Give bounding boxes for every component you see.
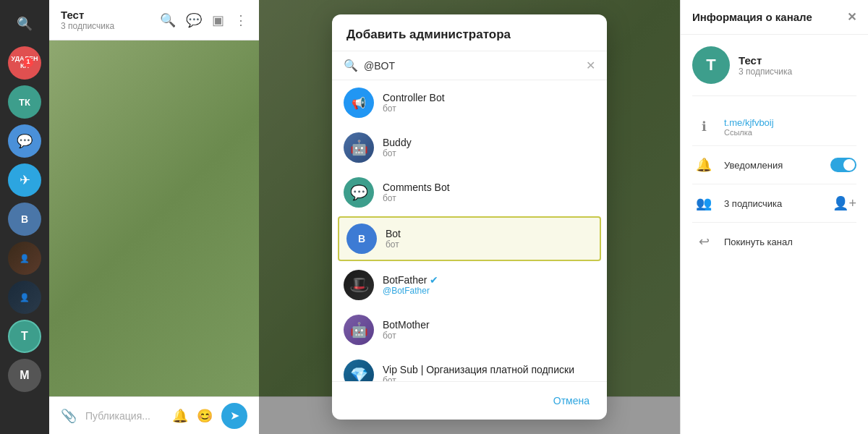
avatar-bot: В	[346, 224, 377, 254]
item-sub-controller-bot: бот	[383, 103, 595, 114]
members-count: 3 подписчика	[724, 198, 824, 209]
item-username-botfather: @BotFather	[383, 286, 595, 296]
add-admin-modal: Добавить администратора 🔍 ✕ 📢 Controller…	[332, 14, 607, 420]
info-channel-avatar: Т	[692, 46, 730, 84]
sidebar-item-vk[interactable]: В	[8, 203, 41, 236]
emoji-icon[interactable]: 😊	[197, 408, 213, 424]
modal-results-list: 📢 Controller Bot бот 🤖 Buddy бот	[332, 80, 607, 381]
list-item-comments-bot[interactable]: 💬 Comments Bot бот	[332, 170, 607, 215]
attach-icon[interactable]: 📎	[61, 408, 77, 424]
item-name-controller-bot: Controller Bot	[383, 92, 595, 103]
list-item-bot[interactable]: В Bot бот	[338, 216, 601, 261]
info-icon: ℹ	[692, 115, 715, 138]
list-item-buddy[interactable]: 🤖 Buddy бот	[332, 125, 607, 170]
verified-badge-botfather: ✔	[430, 274, 438, 286]
avatar-botfather: 🎩	[344, 270, 374, 300]
modal-search-input[interactable]	[364, 60, 580, 72]
info-members-row[interactable]: 👥 3 подписчика 👤+	[692, 184, 856, 223]
layout-icon[interactable]: ▣	[212, 12, 224, 28]
modal-overlay: Добавить администратора 🔍 ✕ 📢 Controller…	[259, 0, 680, 434]
info-link-url[interactable]: t.me/kjfvboij	[724, 117, 774, 128]
sidebar-item-chat[interactable]: 💬	[8, 124, 41, 158]
item-name-buddy: Buddy	[383, 137, 595, 148]
sidebar-item-tk[interactable]: ТК	[8, 85, 41, 119]
chat-background	[49, 41, 259, 396]
chat-header: Тест 3 подписчика 🔍 💬 ▣ ⋮	[49, 0, 259, 41]
notifications-label: Уведомления	[724, 160, 822, 171]
leave-label: Покинуть канал	[724, 237, 793, 247]
sidebar-item-udalenka[interactable]: УДАЛЕНКА1	[8, 46, 41, 80]
list-item-botfather[interactable]: 🎩 BotFather ✔ @BotFather	[332, 263, 607, 307]
chat-and-modal-container: Добавить администратора 🔍 ✕ 📢 Controller…	[259, 0, 680, 434]
info-panel: Информация о канале ✕ Т Тест 3 подписчик…	[680, 0, 868, 434]
modal-search-bar: 🔍 ✕	[332, 51, 607, 80]
item-info-buddy: Buddy бот	[383, 137, 595, 158]
leave-icon: ↩	[692, 230, 715, 253]
sidebar: 🔍 УДАЛЕНКА1 ТК 💬 ✈ В 👤 👤 Т М	[0, 0, 49, 434]
info-panel-title: Информация о канале	[692, 11, 812, 23]
item-info-botmother: BotMother бот	[383, 319, 595, 341]
sidebar-search[interactable]: 🔍	[8, 7, 41, 41]
info-link-row: ℹ t.me/kjfvboij Ссылка	[692, 108, 856, 146]
modal-search-icon: 🔍	[344, 59, 358, 72]
message-input-placeholder[interactable]: Публикация...	[85, 410, 163, 422]
item-info-bot: Bot бот	[386, 228, 592, 250]
sidebar-item-m[interactable]: М	[8, 359, 41, 392]
info-notifications-row: 🔔 Уведомления	[692, 146, 856, 184]
item-name-comments-bot: Comments Bot	[383, 182, 595, 193]
item-sub-vipsub: бот	[383, 375, 595, 381]
cancel-button[interactable]: Отмена	[548, 391, 595, 411]
sidebar-item-t[interactable]: Т	[8, 320, 41, 353]
item-info-comments-bot: Comments Bot бот	[383, 182, 595, 203]
info-channel-row: Т Тест 3 подписчика	[692, 46, 856, 96]
more-icon[interactable]: ⋮	[234, 12, 247, 28]
item-name-botfather: BotFather ✔	[383, 274, 595, 286]
modal-footer: Отмена	[332, 381, 607, 420]
info-channel-subs: 3 подписчика	[739, 67, 792, 77]
item-sub-botmother: бот	[383, 331, 595, 341]
item-sub-buddy: бот	[383, 148, 595, 158]
add-member-icon[interactable]: 👤+	[833, 195, 856, 211]
list-item-controller-bot[interactable]: 📢 Controller Bot бот	[332, 80, 607, 125]
send-button[interactable]: ➤	[221, 403, 247, 429]
chat-panel: Тест 3 подписчика 🔍 💬 ▣ ⋮ 📎 Публикация..…	[49, 0, 259, 434]
sidebar-item-photo1[interactable]: 👤	[8, 242, 41, 275]
info-channel-details: Тест 3 подписчика	[739, 54, 792, 77]
chat-input-bar: 📎 Публикация... 🔔 😊 ➤	[49, 396, 259, 434]
avatar-botmother: 🤖	[344, 315, 374, 345]
avatar-vipsub: 💎	[344, 359, 374, 381]
item-info-botfather: BotFather ✔ @BotFather	[383, 274, 595, 296]
item-sub-bot: бот	[386, 239, 592, 250]
info-link-details: t.me/kjfvboij Ссылка	[724, 117, 774, 137]
close-icon[interactable]: ✕	[847, 10, 856, 24]
avatar-comments-bot: 💬	[344, 177, 374, 208]
bell-icon: 🔔	[692, 153, 715, 176]
modal-title: Добавить администратора	[332, 14, 607, 51]
sidebar-item-photo2[interactable]: 👤	[8, 281, 41, 314]
sidebar-item-telegram[interactable]: ✈	[8, 163, 41, 197]
item-sub-comments-bot: бот	[383, 193, 595, 203]
subscriber-count: 3 подписчика	[61, 21, 114, 31]
search-icon[interactable]: 🔍	[160, 12, 176, 28]
members-icon: 👥	[692, 192, 715, 215]
bell-icon[interactable]: 🔔	[172, 408, 188, 424]
list-item-botmother[interactable]: 🤖 BotMother бот	[332, 307, 607, 352]
item-info-controller-bot: Controller Bot бот	[383, 92, 595, 114]
item-info-vipsub: Vip Sub | Организация платной подписки б…	[383, 364, 595, 381]
channel-name: Тест	[61, 9, 114, 21]
info-panel-content: Т Тест 3 подписчика ℹ t.me/kjfvboij Ссыл…	[681, 35, 868, 272]
info-link-label: Ссылка	[724, 128, 774, 137]
item-name-botmother: BotMother	[383, 319, 595, 331]
avatar-controller-bot: 📢	[344, 88, 374, 118]
info-channel-name: Тест	[739, 54, 792, 67]
leave-channel-row[interactable]: ↩ Покинуть канал	[692, 223, 856, 260]
modal-search-clear-icon[interactable]: ✕	[586, 59, 595, 72]
item-name-vipsub: Vip Sub | Организация платной подписки	[383, 364, 595, 375]
info-panel-header: Информация о канале ✕	[681, 0, 868, 35]
list-item-vipsub[interactable]: 💎 Vip Sub | Организация платной подписки…	[332, 352, 607, 381]
item-name-bot: Bot	[386, 228, 592, 239]
notifications-toggle[interactable]	[830, 158, 856, 172]
avatar-buddy: 🤖	[344, 132, 374, 163]
comments-icon[interactable]: 💬	[186, 12, 202, 28]
